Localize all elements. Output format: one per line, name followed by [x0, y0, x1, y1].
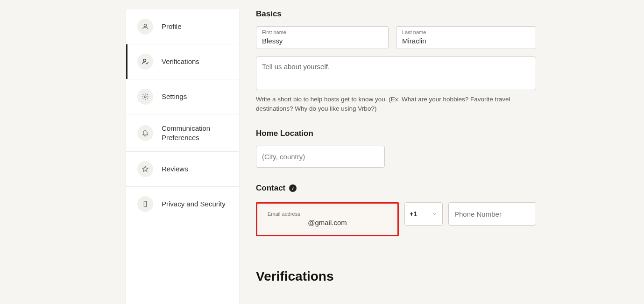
info-icon[interactable]: i [289, 184, 297, 192]
sidebar-label: Reviews [162, 164, 188, 174]
sidebar-label: Communication Preferences [162, 124, 228, 142]
phone-icon [137, 196, 153, 212]
email-highlight-box: Email address @gmail.com [256, 202, 399, 236]
basics-heading: Basics [256, 9, 536, 19]
sidebar-item-profile[interactable]: Profile [126, 9, 239, 44]
settings-sidebar: Profile Verifications Settings Communica… [126, 9, 239, 304]
home-location-field[interactable] [256, 146, 385, 168]
country-code-select[interactable]: +1 [404, 202, 443, 226]
sidebar-label: Verifications [162, 57, 199, 66]
svg-point-0 [144, 24, 146, 27]
phone-field[interactable] [448, 202, 536, 226]
star-icon [137, 161, 153, 177]
chevron-down-icon [432, 211, 438, 217]
sidebar-item-reviews[interactable]: Reviews [126, 152, 239, 187]
svg-point-1 [143, 59, 146, 62]
gear-icon [137, 89, 153, 105]
sidebar-item-settings[interactable]: Settings [126, 79, 239, 114]
sidebar-item-privacy[interactable]: Privacy and Security [126, 187, 239, 221]
main-content: Basics First name Last name Write a shor… [256, 9, 536, 304]
person-icon [137, 19, 153, 35]
verifications-heading: Verifications [256, 269, 536, 284]
country-code-value: +1 [410, 210, 417, 218]
bell-icon [137, 125, 153, 141]
bio-field[interactable] [256, 57, 536, 90]
phone-input[interactable] [449, 203, 536, 225]
sidebar-label: Profile [162, 22, 182, 31]
sidebar-label: Privacy and Security [162, 199, 226, 209]
bio-textarea[interactable] [256, 57, 536, 90]
bio-helper-text: Write a short bio to help hosts get to k… [256, 95, 527, 113]
sidebar-item-verifications[interactable]: Verifications [126, 44, 239, 79]
home-location-input[interactable] [256, 146, 384, 167]
first-name-field[interactable]: First name [256, 26, 389, 49]
email-field[interactable]: Email address @gmail.com [262, 207, 393, 231]
home-location-heading: Home Location [256, 129, 536, 138]
email-value: @gmail.com [268, 219, 387, 226]
email-label: Email address [268, 211, 387, 217]
last-name-label: Last name [402, 29, 426, 35]
first-name-label: First name [262, 29, 286, 35]
svg-point-2 [144, 96, 146, 98]
contact-heading: Contact i [256, 184, 297, 193]
sidebar-label: Settings [162, 92, 187, 101]
sidebar-item-communication[interactable]: Communication Preferences [126, 114, 239, 152]
person-check-icon [137, 54, 153, 70]
last-name-field[interactable]: Last name [396, 26, 536, 49]
contact-heading-text: Contact [256, 184, 285, 193]
